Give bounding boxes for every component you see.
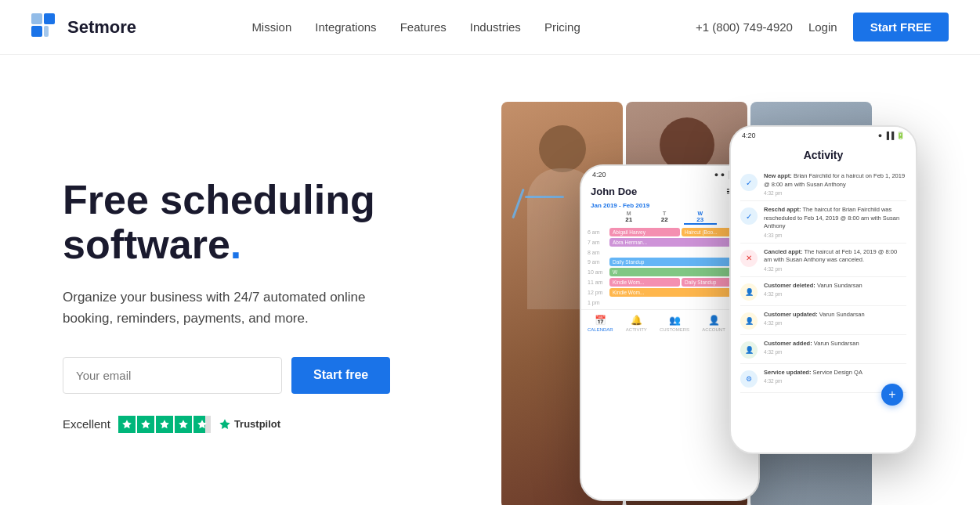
activity-text-7: Service updated: Service Design QA 4:32 …: [764, 369, 862, 384]
trustpilot-stars: [118, 416, 211, 433]
hero-subtitle: Organize your business with 24/7 automat…: [63, 287, 407, 329]
svg-rect-3: [44, 26, 49, 37]
logo-link[interactable]: Setmore: [31, 13, 136, 41]
nav-mission[interactable]: Mission: [251, 20, 291, 34]
fab-button[interactable]: +: [881, 384, 903, 406]
activity-title: Activity: [731, 142, 916, 164]
star-4: [175, 416, 192, 433]
phone-status-bar-2: 4:20 ● ▐▐ 🔋: [731, 127, 916, 142]
nav-features[interactable]: Features: [400, 20, 447, 34]
activity-item: ⚙ Service updated: Service Design QA 4:3…: [740, 364, 906, 393]
navigation: Setmore Mission Integrations Features In…: [0, 0, 980, 55]
activity-icon-cancelled: ✕: [740, 250, 758, 267]
nav-industries[interactable]: Industries: [470, 20, 521, 34]
hero-visuals: 4:20 ● ● ▐▐ 🔋 John Doe ≡ 📅 Jan 2019 - Fe…: [501, 102, 949, 505]
activity-icon-rescheduled: ✓: [740, 207, 758, 225]
trustpilot-icon: [219, 418, 231, 431]
logo-icon: [31, 13, 60, 41]
svg-rect-1: [44, 13, 55, 24]
phone-nav-activity: 🔔 ACTIVITY: [626, 315, 647, 332]
nav-right: +1 (800) 749-4920 Login Start FREE: [696, 13, 949, 41]
activity-text-6: Customer added: Varun Sundarsan 4:32 pm: [764, 340, 859, 355]
nav-links: Mission Integrations Features Industries…: [251, 20, 580, 34]
nav-login[interactable]: Login: [808, 20, 837, 34]
activity-icon-updated: 👤: [740, 312, 758, 330]
hero-content: Free scheduling software. Organize your …: [63, 178, 470, 433]
activity-item: 👤 Customer updated: Varun Sundarsan 4:32…: [740, 306, 906, 335]
phone-activity: 4:20 ● ▐▐ 🔋 Activity ✓ New appt: Brian F…: [729, 125, 917, 454]
activity-item: ✓ Reschd appt: The haircut for Brian Fai…: [740, 201, 906, 243]
star-5-half: [193, 416, 211, 433]
phone-nav-customers: 👥 CUSTOMERS: [660, 315, 689, 332]
trustpilot-label: Excellent: [63, 417, 110, 431]
star-3: [156, 416, 173, 433]
activity-text-3: Cancled appt: The haircut at Feb 14, 201…: [764, 248, 906, 272]
phone-nav-account: 👤 ACCOUNT: [702, 315, 725, 332]
nav-integrations[interactable]: Integrations: [315, 20, 376, 34]
svg-rect-0: [31, 13, 42, 24]
activity-icon-service: ⚙: [740, 370, 758, 388]
star-1: [118, 416, 136, 433]
svg-rect-2: [31, 26, 42, 37]
nav-pricing[interactable]: Pricing: [544, 20, 580, 34]
hero-form: Start free: [63, 357, 470, 394]
activity-icon-new: ✓: [740, 174, 758, 191]
trustpilot-badge: Excellent: [63, 416, 470, 433]
activity-item: 👤 Customer deleted: Varun Sundarsan 4:32…: [740, 277, 906, 306]
star-2: [137, 416, 154, 433]
svg-marker-4: [219, 419, 230, 429]
trustpilot-brand: Trustpilot: [234, 418, 280, 430]
hero-section: Free scheduling software. Organize your …: [0, 55, 980, 505]
logo-text: Setmore: [67, 17, 136, 38]
activity-item: ✓ New appt: Brian Fairchild for a haircu…: [740, 168, 906, 201]
activity-list: ✓ New appt: Brian Fairchild for a haircu…: [731, 164, 916, 396]
activity-text-5: Customer updated: Varun Sundarsan 4:32 p…: [764, 311, 865, 326]
phone-nav-calendar: 📅 CALENDAR: [588, 315, 613, 332]
activity-text-2: Reschd appt: The haircut for Brian Fairc…: [764, 206, 906, 238]
trustpilot-logo: Trustpilot: [219, 418, 280, 431]
activity-text-1: New appt: Brian Fairchild for a haircut …: [764, 172, 906, 196]
nav-start-button[interactable]: Start FREE: [853, 13, 949, 41]
start-free-button[interactable]: Start free: [291, 357, 390, 394]
activity-item: 👤 Customer added: Varun Sundarsan 4:32 p…: [740, 335, 906, 364]
activity-item: ✕ Cancled appt: The haircut at Feb 14, 2…: [740, 243, 906, 277]
activity-icon-deleted: 👤: [740, 283, 758, 301]
activity-icon-added: 👤: [740, 341, 758, 359]
activity-text-4: Customer deleted: Varun Sundarsan 4:32 p…: [764, 282, 862, 298]
hero-title: Free scheduling software.: [63, 178, 470, 267]
nav-phone[interactable]: +1 (800) 749-4920: [696, 20, 793, 34]
email-input[interactable]: [63, 357, 282, 394]
